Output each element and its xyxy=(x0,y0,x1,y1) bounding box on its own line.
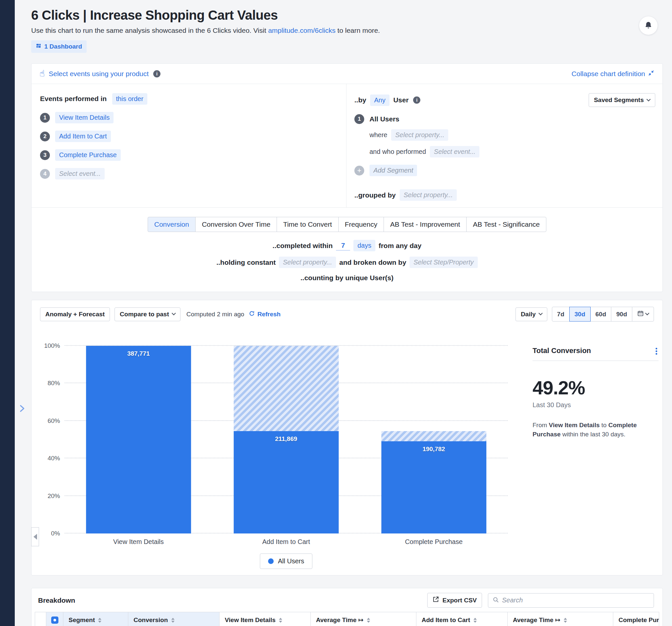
compare-to-past-button[interactable]: Compare to past xyxy=(115,307,181,321)
dashboard-icon xyxy=(36,43,41,50)
column-header-add-item-to-cart[interactable]: Add Item to Cart xyxy=(416,612,508,626)
add-segment-chip[interactable]: Add Segment xyxy=(369,165,417,176)
series-swatch-icon[interactable] xyxy=(51,617,58,624)
series-color-header[interactable] xyxy=(46,612,63,626)
counting-by-label: ..counting by unique User(s) xyxy=(301,274,394,282)
x-axis-label: Complete Purchase xyxy=(360,538,508,546)
funnel-dropoff-area xyxy=(234,346,339,431)
breakdown-title: Breakdown xyxy=(38,597,75,604)
where-property-chip[interactable]: Select property... xyxy=(391,129,448,141)
select-events-link[interactable]: Select events using your product xyxy=(49,70,149,78)
kebab-menu-icon[interactable] xyxy=(654,346,658,356)
x-axis-label: View Item Details xyxy=(65,538,212,546)
range-60d-button[interactable]: 60d xyxy=(590,307,611,321)
event-step-placeholder: 4 Select event... xyxy=(40,168,340,179)
saved-segments-button[interactable]: Saved Segments xyxy=(589,93,655,107)
gutter-cell xyxy=(35,612,46,626)
info-icon[interactable]: i xyxy=(413,96,420,104)
select-event-chip[interactable]: Select event... xyxy=(55,168,105,179)
completed-within-label: ..completed within xyxy=(273,242,333,250)
info-icon[interactable]: i xyxy=(153,70,161,77)
x-axis-label: Add Item to Cart xyxy=(212,538,360,546)
event-step: 2 Add Item to Cart xyxy=(40,130,340,142)
chevron-down-icon xyxy=(172,311,176,315)
legend-all-users[interactable]: All Users xyxy=(260,553,312,569)
chart-type-panel: Conversion Conversion Over Time Time to … xyxy=(31,207,663,292)
breakdown-search xyxy=(488,593,654,608)
bar-value-label: 190,782 xyxy=(381,446,486,453)
funnel-slot: 211,869 xyxy=(212,346,360,533)
grouped-by-property-chip[interactable]: Select property... xyxy=(400,189,457,201)
by-label: ..by xyxy=(354,96,366,104)
holding-property-chip[interactable]: Select property... xyxy=(279,257,336,268)
tab-conversion-over-time[interactable]: Conversion Over Time xyxy=(195,217,277,232)
funnel-bar[interactable]: 387,771 xyxy=(86,346,191,533)
tab-ab-test-significance[interactable]: AB Test - Significance xyxy=(466,217,546,232)
calendar-icon xyxy=(637,310,644,318)
anomaly-forecast-button[interactable]: Anomaly + Forecast xyxy=(40,307,110,321)
tab-frequency[interactable]: Frequency xyxy=(338,217,384,232)
tab-time-to-convert[interactable]: Time to Convert xyxy=(277,217,339,232)
dashboard-badge-label: 1 Dashboard xyxy=(44,43,82,50)
column-header-complete-purchase[interactable]: Complete Purchase xyxy=(613,612,659,626)
funnel-slot: 387,771 xyxy=(65,346,212,533)
event-order-chip[interactable]: this order xyxy=(112,93,147,105)
total-conversion-value: 49.2% xyxy=(532,377,658,399)
column-header-average-time-2[interactable]: Average Time ↦ xyxy=(508,612,613,626)
refresh-link[interactable]: Refresh xyxy=(249,310,281,318)
holding-constant-label: ..holding constant xyxy=(216,259,275,266)
bar-value-label: 211,869 xyxy=(234,435,339,442)
breakdown-step-chip[interactable]: Select Step/Property xyxy=(409,257,477,268)
column-header-view-item-details[interactable]: View Item Details xyxy=(219,612,311,626)
window-unit-chip[interactable]: days xyxy=(353,240,375,251)
segment-row: 1 All Users xyxy=(354,114,655,124)
plus-icon[interactable]: + xyxy=(354,166,364,175)
funnel-bar[interactable]: 190,782 xyxy=(381,441,486,533)
range-7d-button[interactable]: 7d xyxy=(552,307,570,321)
range-90d-button[interactable]: 90d xyxy=(611,307,632,321)
any-user-chip[interactable]: Any xyxy=(370,95,389,106)
sort-icon xyxy=(474,618,477,623)
window-value-input[interactable]: 7 xyxy=(336,241,351,251)
segment-name[interactable]: All Users xyxy=(369,115,399,123)
broken-down-by-label: and broken down by xyxy=(339,259,406,266)
chart-definition-card: ☝ Select events using your product i Col… xyxy=(31,63,663,292)
performed-event-chip[interactable]: Select event... xyxy=(430,146,479,158)
tab-conversion[interactable]: Conversion xyxy=(148,217,196,232)
dashboard-badge[interactable]: 1 Dashboard xyxy=(31,40,87,53)
six-clicks-link[interactable]: amplitude.com/6clicks xyxy=(268,27,335,34)
events-performed-label: Events performed in xyxy=(40,95,106,102)
bell-icon xyxy=(644,21,653,30)
left-nav-rail xyxy=(0,0,15,626)
range-30d-button[interactable]: 30d xyxy=(569,307,591,321)
event-step: 1 View Item Details xyxy=(40,112,340,123)
funnel-bar[interactable]: 211,869 xyxy=(234,431,339,533)
collapse-icon xyxy=(648,70,655,78)
breakdown-card: Breakdown Export CSV Segment Convers xyxy=(31,588,663,626)
search-icon xyxy=(493,597,499,604)
event-chip[interactable]: Add Item to Cart xyxy=(55,130,111,142)
computed-timestamp: Computed 2 min ago xyxy=(186,311,244,318)
collapse-chart-definition-link[interactable]: Collapse chart definition xyxy=(572,70,655,78)
funnel-dropoff-area xyxy=(381,431,486,441)
event-chip[interactable]: View Item Details xyxy=(55,112,114,123)
segments-panel: ..by Any User i Saved Segments 1 All Use… xyxy=(346,84,663,207)
chart-pan-left-button[interactable] xyxy=(31,527,39,546)
column-header-segment[interactable]: Segment xyxy=(63,612,128,626)
page-subtitle: Use this chart to run the same analysis … xyxy=(31,27,663,34)
notifications-button[interactable] xyxy=(639,17,657,35)
total-conversion-period: Last 30 Days xyxy=(532,401,658,409)
chevron-down-icon xyxy=(538,311,543,315)
custom-date-button[interactable] xyxy=(632,307,654,321)
granularity-button[interactable]: Daily xyxy=(515,307,547,321)
column-header-conversion[interactable]: Conversion xyxy=(128,612,219,626)
refresh-icon xyxy=(249,310,255,318)
column-header-average-time-1[interactable]: Average Time ↦ xyxy=(311,612,416,626)
tab-ab-test-improvement[interactable]: AB Test - Improvement xyxy=(384,217,466,232)
chevron-down-icon xyxy=(645,311,649,315)
performed-label: and who performed xyxy=(369,148,426,155)
search-input[interactable] xyxy=(502,597,649,604)
event-chip[interactable]: Complete Purchase xyxy=(55,149,121,161)
export-csv-button[interactable]: Export CSV xyxy=(427,593,482,608)
events-panel: Events performed in this order 1 View It… xyxy=(31,84,346,207)
